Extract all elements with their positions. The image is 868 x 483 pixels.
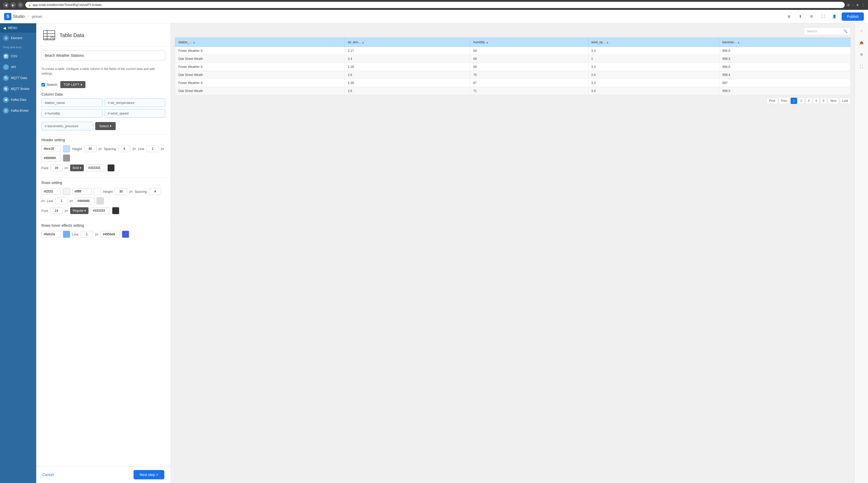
header-line-input[interactable] (147, 145, 159, 152)
position-button[interactable]: TOP LEFT ▾ (60, 81, 85, 88)
column-field-barometric[interactable] (41, 122, 93, 130)
sidebar-item-mqtt-data[interactable]: 📡 MQTT Data (0, 73, 36, 83)
sidebar-item-mqtt-broker[interactable]: 🔄 MQTT Broker (0, 83, 36, 94)
header-text-color-swatch[interactable] (107, 164, 115, 172)
header-bg-color-input[interactable] (41, 145, 61, 152)
column-field-wind-speed[interactable] (104, 109, 166, 118)
hover-bg-color-input[interactable] (41, 231, 61, 237)
rows-spacing-input[interactable] (149, 188, 161, 195)
header-border-color-input[interactable] (41, 155, 61, 162)
rows-height-unit: px (129, 190, 133, 193)
search-checkbox[interactable] (41, 83, 45, 87)
browser-icon-4[interactable]: ⋮ (861, 3, 865, 7)
logo-letter: S (6, 14, 9, 19)
rows-spacing-unit: px (41, 199, 45, 203)
svg-text:⚙: ⚙ (52, 37, 53, 40)
rows-line-input[interactable] (55, 197, 67, 204)
pagination-page-3[interactable]: 3 (806, 98, 812, 104)
header-border-color-swatch[interactable] (63, 154, 70, 162)
hover-line-input[interactable] (81, 231, 93, 237)
rows-text-color-swatch[interactable] (112, 207, 119, 214)
rows-text-color-input[interactable] (91, 207, 110, 214)
browser-icon-3[interactable]: ★ (856, 3, 859, 7)
sidebar-item-kafka-broker[interactable]: ⚙ Kafka Broker (0, 105, 36, 116)
column-field-station-name[interactable] (41, 98, 102, 107)
select-label: Select (99, 124, 109, 128)
rows-border-color-swatch[interactable] (96, 197, 104, 204)
table-name-input[interactable] (41, 51, 165, 60)
pagination-first[interactable]: First (767, 98, 777, 104)
rows-even-color-input[interactable] (72, 188, 92, 195)
browser-icon-2[interactable]: ↓ (852, 3, 854, 7)
menu-label: MENU (8, 26, 17, 30)
cell-station_name: Foster Weather S (175, 63, 345, 71)
select-row: Select ▾ (36, 122, 170, 135)
cell-barometric_pressure: 997 (719, 79, 850, 87)
right-icon-1[interactable]: ↔ (857, 26, 866, 35)
cell-air_temperature: 2.17 (345, 47, 470, 55)
sidebar-label-kafka-broker: Kafka Broker (11, 109, 29, 112)
monitor-icon[interactable]: 🖥 (785, 12, 793, 21)
url-bar[interactable]: 🔒 app.sclab.io/editor/site/Tk4xHRqCxtzvw… (25, 2, 845, 8)
select-button[interactable]: Select ▾ (95, 122, 116, 130)
hover-border-color-input[interactable] (100, 231, 120, 237)
header-spacing-input[interactable] (118, 145, 130, 152)
sidebar-item-kafka-data[interactable]: 📨 Kafka Data (0, 94, 36, 105)
rows-border-color-input[interactable] (75, 197, 94, 204)
rows-odd-color-input[interactable] (41, 188, 61, 195)
cancel-button[interactable]: Cancel (42, 473, 54, 477)
column-fields (36, 98, 170, 122)
app-bar-left: S Studio | globalc (4, 13, 42, 20)
element-icon: ⊞ (3, 35, 9, 41)
th-humidity[interactable]: humidity▲ (470, 38, 588, 47)
refresh-button[interactable]: ↻ (18, 2, 23, 8)
back-button[interactable]: ◀ (3, 2, 9, 8)
right-icon-4[interactable]: ⛶ (857, 62, 866, 71)
th-station-name[interactable]: station_...▲ (175, 38, 345, 47)
browser-icon-1[interactable]: ⊞ (847, 3, 850, 7)
hover-border-color-swatch[interactable] (122, 231, 129, 238)
hover-bg-color-swatch[interactable] (63, 231, 70, 238)
search-icon[interactable]: 🔍 (843, 29, 847, 33)
header-height-input[interactable] (84, 145, 96, 152)
next-step-button[interactable]: Next step > (133, 470, 164, 479)
rows-even-color-swatch[interactable] (94, 188, 101, 195)
column-field-humidity[interactable] (41, 109, 102, 118)
upload-icon[interactable]: ⬆ (796, 12, 804, 21)
header-font-style-button[interactable]: Bold ▾ (70, 165, 84, 171)
th-wind-speed[interactable]: wind_sp...▲ (588, 38, 719, 47)
pagination-prev[interactable]: Prev (779, 98, 790, 104)
cell-barometric_pressure: 996.6 (719, 63, 850, 71)
fullscreen-icon[interactable]: ⛶ (819, 12, 827, 21)
pagination-page-4[interactable]: 4 (813, 98, 819, 104)
right-icon-2[interactable]: 📤 (857, 38, 866, 47)
pagination-next[interactable]: Next (828, 98, 839, 104)
pagination-page-5[interactable]: 5 (820, 98, 827, 104)
rows-font-style-button[interactable]: Regular ▾ (70, 207, 89, 214)
forward-button[interactable]: ▶ (10, 2, 16, 8)
th-air-temp[interactable]: air_tem...▲ (345, 38, 470, 47)
header-font-size-input[interactable] (50, 165, 63, 171)
sidebar-item-csv[interactable]: 📊 CSV (0, 51, 36, 62)
header-bg-color-swatch[interactable] (63, 145, 70, 152)
publish-button[interactable]: Publish (842, 12, 864, 21)
content-area: ⚙ Table Data To create a table, configur… (36, 23, 868, 483)
sidebar-item-element[interactable]: ⊞ Element (0, 33, 36, 44)
rows-font-size-input[interactable] (50, 207, 63, 214)
rows-odd-color-swatch[interactable] (63, 188, 70, 195)
pagination-page-1[interactable]: 1 (790, 98, 797, 104)
settings-icon[interactable]: ⚙ (807, 12, 816, 21)
pagination-last[interactable]: Last (840, 98, 850, 104)
sidebar-item-api[interactable]: 🔗 API (0, 62, 36, 73)
profile-icon[interactable]: 👤 (830, 12, 838, 21)
header-text-color-input[interactable] (86, 165, 105, 171)
right-icon-3[interactable]: ⚙ (857, 50, 866, 59)
menu-arrow-icon[interactable]: ◀ (3, 26, 6, 30)
column-field-air-temp[interactable] (104, 98, 166, 107)
browser-bar: ◀ ▶ ↻ 🔒 app.sclab.io/editor/site/Tk4xHRq… (0, 0, 868, 10)
pagination-page-2[interactable]: 2 (798, 98, 805, 104)
cell-station_name: Foster Weather S (175, 79, 345, 87)
header-height-label: Height (72, 147, 82, 151)
rows-height-input[interactable] (115, 188, 127, 195)
th-barometric[interactable]: baromet...▲ (719, 38, 850, 47)
